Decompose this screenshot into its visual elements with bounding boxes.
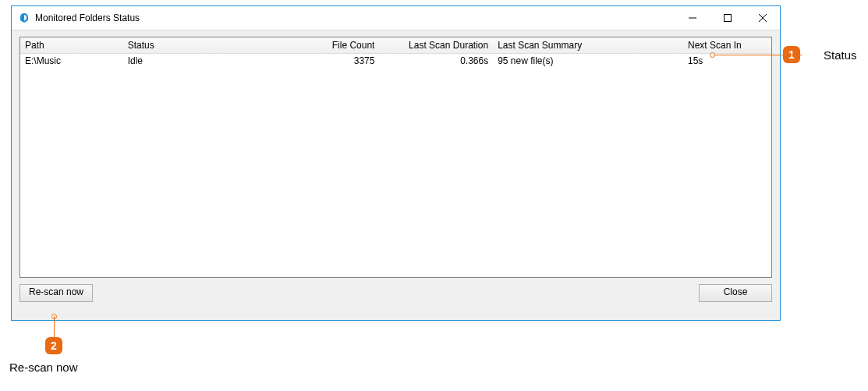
list-header: Path Status File Count Last Scan Duratio… <box>20 37 771 54</box>
window-controls <box>675 6 780 30</box>
callout-marker-1: 1 <box>783 46 800 63</box>
minimize-button[interactable] <box>675 6 710 30</box>
close-window-button[interactable] <box>745 6 780 30</box>
cell-next-scan-in: 15s <box>683 55 771 66</box>
svg-rect-1 <box>724 15 731 22</box>
rescan-now-button[interactable]: Re-scan now <box>19 284 93 302</box>
app-icon <box>18 12 30 24</box>
window: Monitored Folders Status Path Status Fil… <box>11 5 781 321</box>
callout-marker-2: 2 <box>45 337 62 354</box>
header-last-scan-duration[interactable]: Last Scan Duration <box>379 40 493 51</box>
callout-label-2: Re-scan now <box>9 361 78 374</box>
header-next-scan-in[interactable]: Next Scan In <box>683 40 771 51</box>
cell-file-count: 3375 <box>291 55 379 66</box>
header-last-scan-summary[interactable]: Last Scan Summary <box>493 40 683 51</box>
svg-line-3 <box>759 14 767 22</box>
window-title: Monitored Folders Status <box>35 12 140 23</box>
cell-last-scan-duration: 0.366s <box>379 55 493 66</box>
close-button[interactable]: Close <box>699 284 772 302</box>
table-row[interactable]: E:\Music Idle 3375 0.366s 95 new file(s)… <box>20 54 771 68</box>
callout-label-1: Status <box>824 48 857 62</box>
svg-line-2 <box>759 14 767 22</box>
maximize-button[interactable] <box>710 6 745 30</box>
content-area: Path Status File Count Last Scan Duratio… <box>12 30 780 320</box>
cell-path: E:\Music <box>20 55 123 66</box>
header-path[interactable]: Path <box>20 40 123 51</box>
titlebar: Monitored Folders Status <box>12 6 780 30</box>
list-body: E:\Music Idle 3375 0.366s 95 new file(s)… <box>20 54 771 277</box>
cell-last-scan-summary: 95 new file(s) <box>493 55 683 66</box>
button-bar: Re-scan now Close <box>19 278 772 312</box>
header-status[interactable]: Status <box>123 40 292 51</box>
callout-status: 1 Status <box>783 46 857 63</box>
cell-status: Idle <box>123 55 292 66</box>
header-file-count[interactable]: File Count <box>291 40 379 51</box>
folder-list[interactable]: Path Status File Count Last Scan Duratio… <box>19 37 772 278</box>
